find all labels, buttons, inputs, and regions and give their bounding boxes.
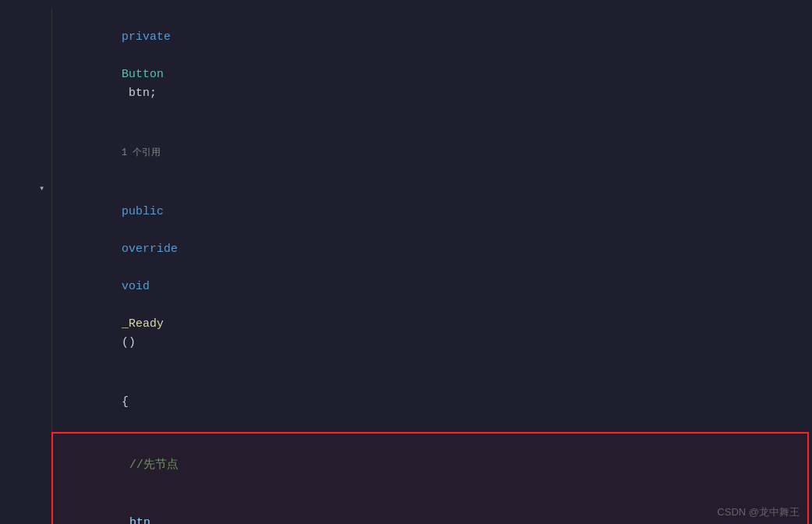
code-editor: private Button btn; 1 个引用 ▾ public ove xyxy=(0,0,812,524)
line-1: private Button btn; xyxy=(0,8,812,123)
code-area: private Button btn; 1 个引用 ▾ public ove xyxy=(0,0,812,524)
line-3: ▾ public override void _Ready () xyxy=(0,182,812,373)
fold-3: ▾ xyxy=(39,182,51,194)
line-ref: 1 个引用 xyxy=(0,123,812,182)
hl-line-2: btn = GetNode < Button >( "../Button" ); xyxy=(53,494,807,524)
hl-content-2: btn = GetNode < Button >( "../Button" ); xyxy=(53,494,807,524)
line-content-ref: 1 个引用 xyxy=(62,123,812,182)
line-content-3: public override void _Ready () xyxy=(62,182,812,373)
line-4: { xyxy=(0,373,812,432)
watermark: CSDN @龙中舞王 xyxy=(717,505,800,519)
highlighted-block: //先节点 btn = GetNode < Button >( "../Butt… xyxy=(51,432,809,524)
line-content-1: private Button btn; xyxy=(62,8,812,123)
hl-content-1: //先节点 xyxy=(53,437,807,494)
line-content-4: { xyxy=(62,373,812,432)
hl-line-1: //先节点 xyxy=(53,437,807,494)
